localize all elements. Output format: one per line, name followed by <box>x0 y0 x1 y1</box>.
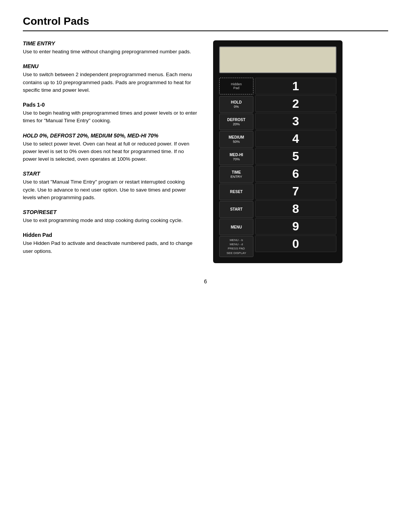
hidden-pad-button[interactable]: Hidden Pad <box>219 78 253 94</box>
display-screen <box>219 46 336 73</box>
med-hi-button[interactable]: MED-HI 70% <box>219 149 253 165</box>
reset-button[interactable]: RESET <box>219 184 253 200</box>
num-button-3[interactable]: 3 <box>255 113 336 129</box>
section-menu: MENU Use to switch between 2 independent… <box>23 63 198 94</box>
med-hi-button-main: MED-HI <box>229 153 243 157</box>
control-panel: Hidden Pad HOLD 0% DEFROST 20% MEDIUM <box>213 40 342 263</box>
section-title-pads: Pads 1-0 <box>23 102 198 108</box>
defrost-button-sub: 20% <box>233 122 240 126</box>
menu-sub-line1: MENU - b <box>229 238 243 242</box>
num-button-2[interactable]: 2 <box>255 95 336 112</box>
time-entry-button-main: TIME <box>232 170 241 175</box>
num-button-8[interactable]: 8 <box>255 200 336 217</box>
section-body-menu: Use to switch between 2 independent prep… <box>23 71 198 94</box>
section-time-entry: TIME ENTRY Use to enter heating time wit… <box>23 40 198 56</box>
page-number: 6 <box>23 278 388 284</box>
hidden-pad-label-line1: Hidden <box>231 82 242 86</box>
menu-button[interactable]: MENU <box>219 219 253 235</box>
section-hold-defrost: HOLD 0%, DEFROST 20%, MEDIUM 50%, MED-HI… <box>23 133 198 163</box>
start-button-main: START <box>230 207 243 212</box>
hold-button-sub: 0% <box>234 105 239 109</box>
menu-sub-button: MENU - b MENU - d PRESS PAD SEE DISPLAY <box>219 236 253 257</box>
section-pads: Pads 1-0 Use to begin heating with prepr… <box>23 102 198 125</box>
content-area: TIME ENTRY Use to enter heating time wit… <box>23 40 388 263</box>
section-body-pads: Use to begin heating with preprogrammed … <box>23 109 198 125</box>
num-button-9[interactable]: 9 <box>255 218 336 235</box>
menu-button-label: MENU <box>231 225 242 229</box>
section-body-start: Use to start "Manual Time Entry" program… <box>23 178 198 201</box>
num-button-0[interactable]: 0 <box>255 235 336 252</box>
section-title-menu: MENU <box>23 63 198 69</box>
time-entry-button[interactable]: TIME ENTRY <box>219 166 253 183</box>
panel-column: Hidden Pad HOLD 0% DEFROST 20% MEDIUM <box>213 40 388 263</box>
text-column: TIME ENTRY Use to enter heating time wit… <box>23 40 198 263</box>
time-entry-button-sub: ENTRY <box>231 175 242 179</box>
section-body-stop-reset: Use to exit programming mode and stop co… <box>23 217 198 224</box>
medium-button-main: MEDIUM <box>229 135 244 140</box>
num-button-1[interactable]: 1 <box>255 78 336 94</box>
num-button-4[interactable]: 4 <box>255 130 336 147</box>
section-title-hold-defrost: HOLD 0%, DEFROST 20%, MEDIUM 50%, MED-HI… <box>23 133 198 139</box>
page-title: Control Pads <box>23 15 388 31</box>
section-title-time-entry: TIME ENTRY <box>23 40 198 46</box>
num-button-6[interactable]: 6 <box>255 165 336 182</box>
num-button-7[interactable]: 7 <box>255 183 336 200</box>
page: Control Pads TIME ENTRY Use to enter hea… <box>0 0 411 532</box>
hidden-pad-label-line2: Pad <box>233 86 239 90</box>
defrost-button[interactable]: DEFROST 20% <box>219 113 253 130</box>
hold-button[interactable]: HOLD 0% <box>219 96 253 113</box>
start-button[interactable]: START <box>219 201 253 218</box>
section-title-start: START <box>23 171 198 177</box>
buttons-grid: Hidden Pad HOLD 0% DEFROST 20% MEDIUM <box>219 78 336 257</box>
section-body-hidden-pad: Use Hidden Pad to activate and deactivat… <box>23 240 198 255</box>
reset-button-main: RESET <box>230 190 242 194</box>
menu-sub-line2: MENU - d <box>229 242 243 246</box>
section-title-stop-reset: STOP/RESET <box>23 209 198 215</box>
defrost-button-main: DEFROST <box>227 118 245 122</box>
menu-sub-line3: PRESS PAD <box>228 246 245 251</box>
section-stop-reset: STOP/RESET Use to exit programming mode … <box>23 209 198 224</box>
section-body-hold-defrost: Use to select power level. Oven can heat… <box>23 140 198 163</box>
medium-button-sub: 50% <box>233 140 240 144</box>
hold-button-main: HOLD <box>231 100 242 105</box>
num-button-5[interactable]: 5 <box>255 148 336 165</box>
right-numbers: 1 2 3 4 5 6 7 8 9 0 <box>255 78 336 257</box>
med-hi-button-sub: 70% <box>233 157 240 161</box>
section-body-time-entry: Use to enter heating time without changi… <box>23 48 198 56</box>
left-buttons: Hidden Pad HOLD 0% DEFROST 20% MEDIUM <box>219 78 253 257</box>
section-hidden-pad: Hidden Pad Use Hidden Pad to activate an… <box>23 232 198 255</box>
section-title-hidden-pad: Hidden Pad <box>23 232 198 238</box>
section-start: START Use to start "Manual Time Entry" p… <box>23 171 198 201</box>
medium-button[interactable]: MEDIUM 50% <box>219 131 253 148</box>
menu-sub-line4: SEE DISPLAY <box>226 251 246 255</box>
